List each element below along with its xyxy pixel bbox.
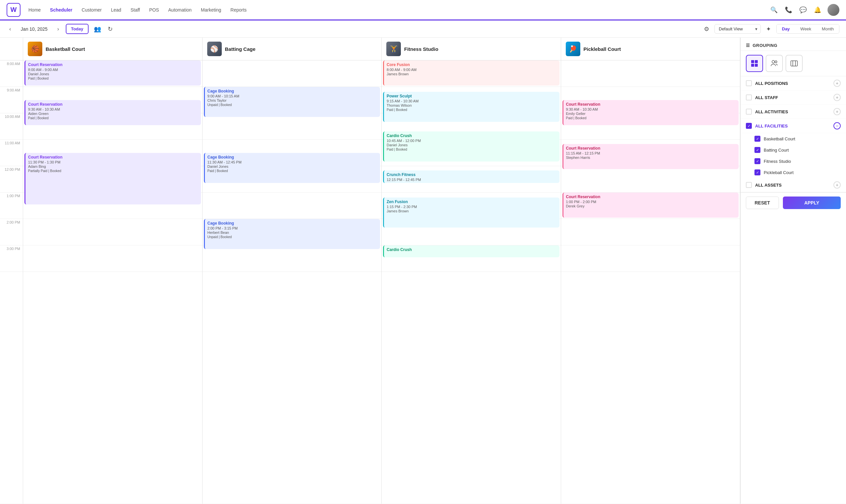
pickleball-court-checkbox[interactable]: ✓ bbox=[755, 169, 760, 175]
event-basketball-1[interactable]: Court Reservation 9:30 AM - 10:30 AM Aid… bbox=[24, 100, 201, 125]
facility-name-fitness: Fitness Studio bbox=[404, 46, 438, 52]
event-time: 12:15 PM - 12:45 PM bbox=[387, 178, 557, 182]
calendar-grid: 8:00 AM 9:00 AM 10:00 AM 11:00 AM 12:00 … bbox=[0, 60, 740, 504]
all-activities-expand-button[interactable]: + bbox=[833, 108, 841, 115]
prev-date-button[interactable]: ‹ bbox=[6, 25, 14, 33]
all-facilities-collapse-button[interactable]: − bbox=[833, 122, 841, 129]
event-basketball-0[interactable]: Court Reservation 8:00 AM - 9:00 AM Dani… bbox=[24, 60, 201, 86]
facility-col-basketball: 🏀 Basketball Court bbox=[23, 38, 202, 60]
svg-rect-2 bbox=[751, 64, 754, 67]
fitness-studio-checkbox[interactable]: ✓ bbox=[755, 158, 760, 164]
top-navigation: W Home Scheduler Customer Lead Staff POS… bbox=[0, 0, 846, 20]
staff-icon-button[interactable]: 👥 bbox=[92, 24, 103, 34]
all-facilities-label: ALL FACILITIES bbox=[755, 124, 830, 128]
user-avatar[interactable] bbox=[828, 4, 840, 16]
all-activities-checkbox[interactable] bbox=[746, 109, 752, 114]
grid-slot bbox=[561, 246, 740, 272]
search-icon[interactable]: 🔍 bbox=[769, 5, 779, 15]
nav-icons: 🔍 📞 💬 🔔 bbox=[769, 4, 840, 16]
event-title: Power Sculpt bbox=[387, 94, 557, 98]
phone-icon[interactable]: 📞 bbox=[784, 5, 793, 15]
sidebar: ☰ GROUPING bbox=[740, 38, 846, 504]
all-facilities-checkbox[interactable]: ✓ bbox=[746, 123, 752, 129]
nav-automation[interactable]: Automation bbox=[168, 7, 192, 13]
nav-pos[interactable]: POS bbox=[149, 7, 159, 13]
basketball-court-checkbox[interactable]: ✓ bbox=[755, 136, 760, 142]
next-date-button[interactable]: › bbox=[54, 25, 61, 33]
event-time: 11:30 AM - 12:45 PM bbox=[208, 160, 378, 164]
time-slot-1pm: 1:00 PM bbox=[0, 193, 23, 219]
event-basketball-2[interactable]: Court Reservation 11:30 PM - 1:30 PM Ada… bbox=[24, 153, 201, 204]
event-person: Daniel Jones bbox=[387, 143, 557, 147]
tab-month[interactable]: Month bbox=[816, 24, 839, 33]
star-button[interactable]: ✦ bbox=[765, 24, 772, 34]
nav-staff[interactable]: Staff bbox=[130, 7, 140, 13]
event-person: Chris Taylor bbox=[208, 98, 378, 102]
sub-filter-fitness: ✓ Fitness Studio bbox=[741, 156, 846, 167]
default-view-select[interactable]: Default View bbox=[715, 24, 761, 34]
event-pickleball-2[interactable]: Court Reservation 1:00 PM - 2:00 PM Dere… bbox=[562, 193, 739, 218]
nav-scheduler[interactable]: Scheduler bbox=[50, 7, 72, 13]
grid-slot bbox=[23, 219, 202, 246]
event-batting-1[interactable]: Cage Booking 11:30 AM - 12:45 PM Daniel … bbox=[204, 153, 381, 183]
all-staff-expand-button[interactable]: + bbox=[833, 94, 841, 101]
time-gutter-header bbox=[0, 38, 23, 60]
event-fitness-5[interactable]: Cardio Crush bbox=[383, 246, 560, 257]
nav-home[interactable]: Home bbox=[29, 7, 41, 13]
all-staff-checkbox[interactable] bbox=[746, 94, 752, 101]
event-pickleball-1[interactable]: Court Reservation 11:15 AM - 12:15 PM St… bbox=[562, 144, 739, 169]
fitness-studio-label: Fitness Studio bbox=[764, 159, 841, 164]
event-fitness-2[interactable]: Cardio Crush 10:45 AM - 12:00 PM Daniel … bbox=[383, 131, 560, 162]
event-person: Thomas Wilson bbox=[387, 103, 557, 107]
all-positions-expand-button[interactable]: + bbox=[833, 79, 841, 87]
grid-slot bbox=[202, 193, 382, 219]
nav-customer[interactable]: Customer bbox=[82, 7, 102, 13]
event-fitness-4[interactable]: Zen Fusion 1:15 PM - 2:30 PM James Brown bbox=[383, 198, 560, 228]
nav-lead[interactable]: Lead bbox=[111, 7, 121, 13]
batting-court-checkbox[interactable]: ✓ bbox=[755, 147, 760, 153]
event-title: Court Reservation bbox=[566, 195, 736, 199]
event-fitness-3[interactable]: Crunch Fitness 12:15 PM - 12:45 PM bbox=[383, 170, 560, 183]
event-fitness-1[interactable]: Power Sculpt 9:15 AM - 10:30 AM Thomas W… bbox=[383, 92, 560, 122]
grid-slot bbox=[561, 60, 740, 87]
event-batting-0[interactable]: Cage Booking 9:00 AM - 10:15 AM Chris Ta… bbox=[204, 87, 381, 117]
filter-icon-button[interactable]: ⚙ bbox=[703, 24, 710, 34]
event-pickleball-0[interactable]: Court Reservation 9:30 AM - 10:30 AM Emi… bbox=[562, 100, 739, 125]
apply-button[interactable]: APPLY bbox=[783, 197, 841, 209]
time-slot-10am: 10:00 AM bbox=[0, 113, 23, 140]
event-time: 1:00 PM - 2:00 PM bbox=[566, 200, 736, 204]
grouping-header: ☰ GROUPING bbox=[741, 38, 846, 51]
all-assets-expand-button[interactable]: + bbox=[833, 181, 841, 188]
reset-button[interactable]: RESET bbox=[746, 197, 779, 209]
event-batting-2[interactable]: Cage Booking 2:00 PM - 3:15 PM Herbert B… bbox=[204, 219, 381, 249]
all-positions-checkbox[interactable] bbox=[746, 80, 752, 86]
facility-name-batting: Batting Cage bbox=[225, 46, 256, 52]
facility-header-batting: ⚾ Batting Cage bbox=[202, 38, 382, 60]
facility-col-batting: ⚾ Batting Cage bbox=[202, 38, 382, 60]
tab-day[interactable]: Day bbox=[777, 24, 795, 33]
event-person: Daniel Jones bbox=[28, 72, 198, 76]
notification-icon[interactable]: 🔔 bbox=[813, 5, 822, 15]
grouping-resource-button[interactable] bbox=[786, 55, 803, 72]
svg-rect-0 bbox=[751, 60, 754, 63]
app-logo[interactable]: W bbox=[6, 3, 20, 17]
refresh-button[interactable]: ↻ bbox=[106, 24, 114, 34]
event-status: Paid | Booked bbox=[566, 116, 736, 120]
grid-col-fitness: Core Fusion 8:00 AM - 9:00 AM James Brow… bbox=[382, 60, 561, 504]
facility-thumb-basketball: 🏀 bbox=[28, 42, 42, 56]
event-time: 11:15 AM - 12:15 PM bbox=[566, 151, 736, 155]
today-button[interactable]: Today bbox=[66, 24, 89, 34]
nav-marketing[interactable]: Marketing bbox=[201, 7, 221, 13]
event-time: 8:00 AM - 9:00 AM bbox=[28, 68, 198, 72]
nav-reports[interactable]: Reports bbox=[230, 7, 247, 13]
event-title: Core Fusion bbox=[387, 62, 557, 67]
facility-name-basketball: Basketball Court bbox=[46, 46, 85, 52]
event-status: Paid | Booked bbox=[208, 169, 378, 173]
event-fitness-0[interactable]: Core Fusion 8:00 AM - 9:00 AM James Brow… bbox=[383, 60, 560, 86]
whatsapp-icon[interactable]: 💬 bbox=[798, 5, 808, 15]
event-title: Cardio Crush bbox=[387, 247, 557, 252]
grouping-staff-button[interactable] bbox=[766, 55, 783, 72]
all-assets-checkbox[interactable] bbox=[746, 182, 752, 188]
grouping-facility-button[interactable] bbox=[746, 55, 763, 72]
tab-week[interactable]: Week bbox=[795, 24, 816, 33]
